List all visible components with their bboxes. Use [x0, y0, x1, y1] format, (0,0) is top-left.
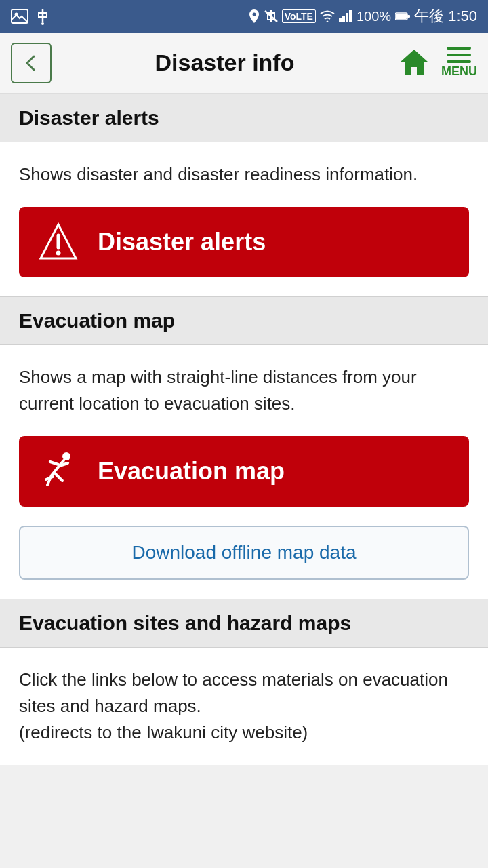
download-offline-map-button[interactable]: Download offline map data — [19, 526, 469, 580]
image-icon — [11, 8, 28, 24]
warning-triangle-icon — [38, 222, 79, 262]
main-content: Disaster alerts Shows disaster and disas… — [0, 94, 488, 765]
battery-text: 100% — [357, 9, 391, 24]
nav-right-buttons: MENU — [398, 45, 477, 81]
evacuation-map-button[interactable]: Evacuation map — [19, 436, 469, 507]
evacuation-map-header: Evacuation map — [0, 296, 488, 345]
evacuation-sites-description: Click the links below to access material… — [19, 669, 448, 743]
status-bar-left-icons — [11, 7, 50, 25]
location-icon — [248, 9, 260, 24]
back-chevron-icon — [22, 54, 41, 73]
evacuation-map-button-label: Evacuation map — [98, 457, 285, 486]
evacuation-map-desc: Shows a map with straight-line distances… — [0, 345, 488, 436]
home-button[interactable] — [398, 45, 430, 81]
battery-icon — [395, 12, 410, 21]
disaster-alerts-header: Disaster alerts — [0, 94, 488, 142]
status-bar-right: VoLTE 100% 午後 1:50 — [248, 6, 477, 26]
usb-icon — [35, 7, 50, 25]
volte-icon: VoLTE — [282, 9, 316, 23]
download-offline-map-label: Download offline map data — [131, 542, 356, 564]
wifi-icon — [320, 10, 335, 22]
svg-rect-12 — [396, 14, 407, 19]
nav-bar: Disaster info MENU — [0, 33, 488, 94]
svg-rect-8 — [342, 16, 345, 22]
evacuation-sites-title: Evacuation sites and hazard maps — [19, 612, 351, 634]
status-bar: VoLTE 100% 午後 1:50 — [0, 0, 488, 33]
svg-rect-9 — [346, 13, 348, 22]
disaster-alerts-desc: Shows disaster and disaster readiness in… — [0, 142, 488, 207]
evacuation-map-title: Evacuation map — [19, 309, 175, 332]
evacuation-sites-header: Evacuation sites and hazard maps — [0, 599, 488, 648]
time-display: 午後 1:50 — [414, 6, 477, 26]
svg-point-4 — [252, 13, 256, 16]
disaster-alerts-button[interactable]: Disaster alerts — [19, 207, 469, 277]
menu-button[interactable]: MENU — [441, 47, 477, 79]
svg-point-3 — [41, 22, 44, 25]
disaster-alerts-button-label: Disaster alerts — [98, 228, 266, 256]
svg-rect-7 — [339, 18, 342, 22]
evacuation-sites-desc: Click the links below to access material… — [0, 648, 488, 765]
svg-point-6 — [326, 21, 328, 23]
svg-rect-10 — [349, 10, 352, 22]
disaster-alerts-title: Disaster alerts — [19, 106, 159, 129]
signal-icon — [339, 10, 352, 22]
mute-icon — [264, 9, 278, 24]
svg-point-16 — [56, 251, 61, 256]
evacuation-run-icon — [38, 451, 79, 492]
menu-label: MENU — [441, 64, 477, 79]
svg-rect-13 — [407, 15, 410, 18]
page-title: Disaster info — [155, 50, 295, 76]
back-button[interactable] — [11, 43, 52, 83]
menu-lines-icon — [447, 47, 471, 63]
